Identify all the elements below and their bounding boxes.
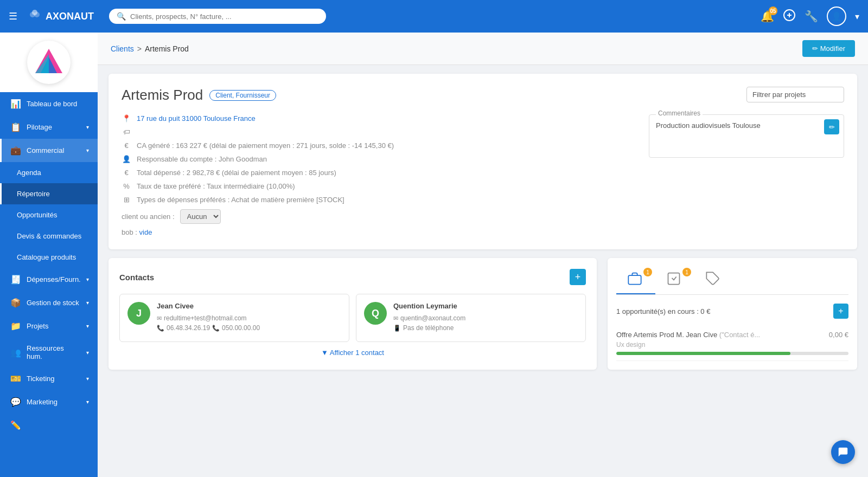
marketing-icon: 💬: [10, 397, 21, 407]
sidebar-item-repertoire[interactable]: Répertoire: [0, 183, 98, 204]
sidebar-label-agenda: Agenda: [17, 169, 41, 177]
tab-briefcase[interactable]: 1: [616, 267, 655, 294]
breadcrumb-clients-link[interactable]: Clients: [111, 44, 134, 53]
add-contact-button[interactable]: +: [570, 269, 586, 285]
sidebar-item-projets[interactable]: 📁 Projets ▾: [0, 314, 98, 338]
sidebar-item-marketing[interactable]: 💬 Marketing ▾: [0, 390, 98, 414]
sidebar-label-marketing: Marketing: [27, 398, 58, 406]
company-tag[interactable]: Client, Fournisseur: [209, 90, 276, 101]
notification-badge: 05: [769, 7, 777, 15]
breadcrumb: Clients > Artemis Prod: [111, 44, 189, 53]
comments-text: Production audiovisuels Toulouse: [656, 121, 837, 130]
sidebar-item-opportunites[interactable]: Opportunités: [0, 204, 98, 225]
bob-value-link[interactable]: vide: [139, 228, 152, 236]
show-more-contacts[interactable]: ▼ Afficher 1 contact: [119, 349, 586, 357]
opp-sub: Ux design: [616, 341, 848, 349]
company-body: 📍 17 rue du puit 31000 Toulouse France 🏷…: [122, 114, 844, 236]
settings-button[interactable]: 🔧: [805, 10, 818, 23]
breadcrumb-bar: Clients > Artemis Prod ✏ Modifier: [98, 33, 868, 65]
sidebar-item-agenda[interactable]: Agenda: [0, 162, 98, 183]
projets-chevron: ▾: [86, 323, 89, 329]
add-button[interactable]: [783, 9, 796, 24]
modifier-button[interactable]: ✏ Modifier: [802, 40, 855, 57]
address-link[interactable]: 17 rue du puit 31000 Toulouse France: [137, 114, 256, 123]
avatar[interactable]: 👤: [827, 7, 846, 26]
projets-icon: 📁: [10, 321, 21, 331]
tags-row: 🏷: [122, 128, 631, 136]
filter-by-projects-select[interactable]: Filtrer par projets: [746, 87, 844, 102]
sidebar-item-pen[interactable]: ✏️: [0, 414, 98, 437]
marketing-chevron: ▾: [86, 399, 89, 405]
percent-icon: %: [122, 182, 131, 190]
address-row: 📍 17 rue du puit 31000 Toulouse France: [122, 114, 631, 123]
briefcase-badge: 1: [643, 268, 652, 276]
email-icon-quention: ✉: [393, 315, 398, 322]
company-card: Artemis Prod Client, Fournisseur Filtrer…: [108, 74, 857, 249]
edit-comment-button[interactable]: ✏: [824, 119, 839, 134]
contacts-grid: J Jean Civee ✉ redultime+test@hotmail.co…: [119, 294, 586, 342]
top-nav: ☰ AXONAUT 🔍 🔔 05 🔧 👤 ▾: [0, 0, 868, 33]
contact-initials-jean: J: [136, 308, 142, 319]
sidebar-item-ressources-hum[interactable]: 👥 Ressources hum. ▾: [0, 338, 98, 367]
client-select[interactable]: Aucun: [180, 209, 221, 224]
opp-progress-bar: [616, 352, 790, 355]
sidebar-item-tableau-de-bord[interactable]: 📊 Tableau de bord: [0, 92, 98, 115]
bob-row: bob : vide: [122, 228, 631, 236]
bottom-section: Contacts + J Jean Civee ✉ redultime: [108, 258, 857, 370]
tab-check[interactable]: 1: [655, 267, 694, 294]
client-field: client ou ancien : Aucun: [122, 209, 631, 224]
total-depense-row: € Total dépensé : 2 982,78 € (délai de p…: [122, 169, 631, 177]
sidebar-item-devis-commandes[interactable]: Devis & commandes: [0, 225, 98, 247]
ticketing-chevron: ▾: [86, 376, 89, 382]
responsable-row: 👤 Responsable du compte : John Goodman: [122, 155, 631, 163]
avatar-chevron[interactable]: ▾: [855, 11, 859, 22]
sidebar-item-ticketing[interactable]: 🎫 Ticketing ▾: [0, 367, 98, 390]
panel-content-header: 1 opportunité(s) en cours : 0 € +: [616, 304, 848, 319]
company-name: Artemis Prod: [122, 87, 203, 104]
check-badge: 1: [682, 268, 691, 276]
sidebar-item-catalogue-produits[interactable]: Catalogue produits: [0, 247, 98, 268]
chat-bubble[interactable]: [831, 440, 855, 464]
person-icon: 👤: [122, 155, 131, 163]
logo-area: AXONAUT: [28, 8, 94, 24]
logo-text: AXONAUT: [46, 11, 94, 22]
opportunities-label: 1 opportunité(s) en cours : 0 €: [616, 307, 710, 315]
add-opportunity-button[interactable]: +: [833, 304, 848, 319]
comments-box: Commentaires Production audiovisuels Tou…: [649, 114, 844, 158]
svg-point-2: [32, 10, 37, 15]
commercial-chevron: ▾: [86, 147, 89, 153]
tag-tab-icon: [705, 271, 720, 289]
sidebar-item-gestion-de-stock[interactable]: 📦 Gestion de stock ▾: [0, 291, 98, 314]
contact-info-jean: Jean Civee ✉ redultime+test@hotmail.com …: [157, 302, 341, 334]
contact-email-quention: ✉ quentin@axonaut.com: [393, 314, 578, 322]
phone-icon-jean: 📞: [157, 325, 164, 332]
search-input[interactable]: [130, 12, 318, 21]
tab-tag[interactable]: [694, 267, 731, 294]
notification-button[interactable]: 🔔 05: [761, 10, 774, 23]
email-icon-jean: ✉: [157, 315, 162, 322]
hamburger-icon[interactable]: ☰: [9, 10, 17, 22]
sidebar-item-commercial[interactable]: 💼 Commercial ▾: [0, 139, 98, 162]
bob-label: bob :: [122, 228, 137, 236]
sidebar-item-pilotage[interactable]: 📋 Pilotage ▾: [0, 115, 98, 139]
location-icon: 📍: [122, 114, 131, 123]
ca-row: € CA généré : 163 227 € (délai de paieme…: [122, 141, 631, 150]
grid-icon: ⊞: [122, 196, 131, 204]
filter-select-wrapper: Filtrer par projets: [746, 87, 844, 102]
contact-name-quention[interactable]: Quention Leymarie: [393, 302, 578, 310]
sidebar-label-opportunites: Opportunités: [17, 211, 57, 219]
company-header: Artemis Prod Client, Fournisseur Filtrer…: [122, 87, 844, 104]
contact-avatar-quention: Q: [364, 302, 387, 325]
sidebar-logo: [0, 33, 98, 92]
contact-name-jean[interactable]: Jean Civee: [157, 302, 341, 310]
sidebar-label-tableau-de-bord: Tableau de bord: [27, 100, 77, 108]
opp-name[interactable]: Offre Artemis Prod M. Jean Cive ("Contac…: [616, 331, 760, 339]
depenses-icon: 🧾: [10, 274, 21, 285]
contact-item-jean: J Jean Civee ✉ redultime+test@hotmail.co…: [119, 294, 349, 342]
sidebar-label-devis-commandes: Devis & commandes: [17, 232, 81, 240]
sidebar: 📊 Tableau de bord 📋 Pilotage ▾ 💼 Commerc…: [0, 33, 98, 477]
sidebar-item-depenses-fourn[interactable]: 🧾 Dépenses/Fourn. ▾: [0, 268, 98, 291]
stock-chevron: ▾: [86, 300, 89, 306]
contact-info-quention: Quention Leymarie ✉ quentin@axonaut.com …: [393, 302, 578, 334]
sidebar-label-projets: Projets: [27, 322, 48, 330]
